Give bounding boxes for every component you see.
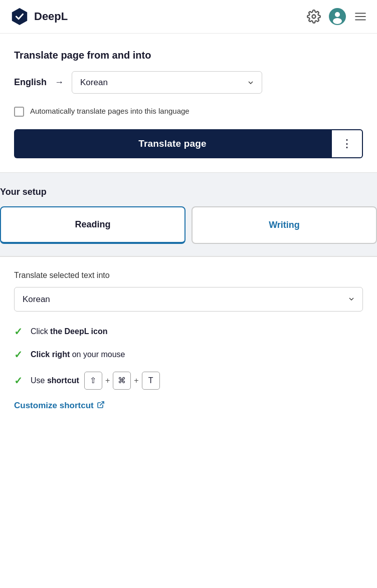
feature-item-2: ✓ Click right on your mouse (14, 349, 363, 361)
reading-tab[interactable]: Reading (0, 206, 185, 244)
setup-tabs: Reading Writing (0, 206, 377, 244)
translate-page-title: Translate page from and into (14, 50, 363, 61)
setup-section: Your setup Reading Writing (0, 173, 377, 256)
check-icon-3: ✓ (14, 375, 23, 387)
shortcut-intro: Use shortcut (31, 376, 79, 385)
feature-item-1: ✓ Click the DeepL icon (14, 326, 363, 338)
plus-2: + (134, 376, 138, 385)
header: DeepL (0, 0, 377, 34)
auto-translate-row: Automatically translate pages into this … (14, 106, 363, 117)
target-select-wrap: Korean English German French Spanish Jap… (14, 287, 363, 312)
deepl-logo-icon (10, 7, 29, 26)
logo-text: DeepL (34, 10, 68, 23)
gear-icon (307, 10, 321, 24)
key-shift: ⇧ (84, 372, 102, 390)
feature-list: ✓ Click the DeepL icon ✓ Click right on … (14, 326, 363, 390)
avatar-button[interactable] (329, 8, 346, 25)
deepl-icon-bold: the DeepL icon (50, 327, 107, 336)
plus-1: + (105, 376, 110, 385)
feature-item-3: ✓ Use shortcut ⇧ + ⌘ + T (14, 372, 363, 390)
language-row: English → Korean English German French S… (14, 71, 363, 94)
svg-marker-0 (12, 8, 27, 25)
svg-point-1 (312, 15, 316, 19)
hamburger-icon (354, 10, 367, 23)
source-language: English (14, 77, 47, 88)
translate-btn-row: Translate page ⋮ (14, 129, 363, 158)
target-language-select[interactable]: Korean English German French Spanish Jap… (72, 71, 262, 94)
divider-2 (0, 256, 377, 257)
svg-point-4 (333, 18, 342, 24)
check-icon-1: ✓ (14, 326, 23, 338)
translate-page-button[interactable]: Translate page (14, 129, 331, 158)
settings-button[interactable] (307, 10, 321, 24)
main-content: Translate page from and into English → K… (0, 34, 377, 173)
setup-title: Your setup (0, 187, 377, 197)
customize-shortcut-label: Customize shortcut (14, 401, 94, 411)
logo-area: DeepL (10, 7, 307, 26)
shortcut-bold: shortcut (47, 376, 79, 385)
more-options-button[interactable]: ⋮ (331, 129, 363, 158)
arrow-icon: → (55, 77, 64, 88)
auto-translate-label[interactable]: Automatically translate pages into this … (30, 106, 190, 117)
translate-selected-label: Translate selected text into (14, 271, 363, 280)
menu-button[interactable] (354, 10, 367, 23)
customize-shortcut-button[interactable]: Customize shortcut (14, 401, 105, 411)
target-language-select-2[interactable]: Korean English German French Spanish Jap… (14, 287, 363, 312)
shortcut-row: Use shortcut ⇧ + ⌘ + T (31, 372, 160, 390)
click-right-bold: Click right (31, 350, 70, 359)
svg-line-8 (100, 402, 103, 405)
writing-tab[interactable]: Writing (192, 206, 377, 244)
more-dots-icon: ⋮ (341, 137, 352, 150)
svg-point-3 (335, 12, 340, 17)
check-icon-2: ✓ (14, 349, 23, 361)
selected-text-section: Translate selected text into Korean Engl… (0, 271, 377, 425)
feature-text-2: Click right on your mouse (31, 350, 125, 359)
header-icons (307, 8, 367, 25)
auto-translate-checkbox[interactable] (14, 107, 24, 117)
key-t: T (142, 372, 160, 390)
key-cmd: ⌘ (113, 372, 131, 390)
external-link-icon (97, 401, 105, 410)
feature-text-2b: on your mouse (70, 350, 125, 359)
feature-text-1: Click the DeepL icon (31, 327, 108, 336)
avatar-icon (329, 8, 346, 25)
